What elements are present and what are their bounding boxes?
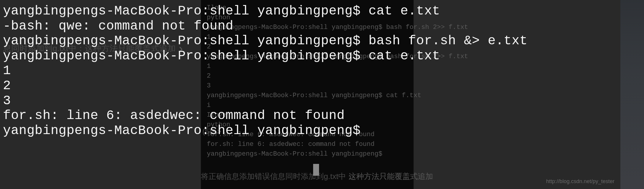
terminal-output-line: yangbingpengs-MacBook-Pro:shell yangbing… xyxy=(3,4,641,19)
terminal-output-line: yangbingpengs-MacBook-Pro:shell yangbing… xyxy=(3,48,641,63)
terminal-prompt-line[interactable]: yangbingpengs-MacBook-Pro:shell yangbing… xyxy=(3,123,641,138)
foreground-terminal[interactable]: yangbingpengs-MacBook-Pro:shell yangbing… xyxy=(0,0,644,189)
terminal-output-line: yangbingpengs-MacBook-Pro:shell yangbing… xyxy=(3,33,641,48)
terminal-output-line: for.sh: line 6: asdedwec: command not fo… xyxy=(3,108,641,123)
terminal-output-line: 1 xyxy=(3,63,641,78)
terminal-output-line: -bash: qwe: command not found xyxy=(3,19,641,34)
terminal-output-line: 2 xyxy=(3,78,641,93)
terminal-output-line: 3 xyxy=(3,93,641,108)
